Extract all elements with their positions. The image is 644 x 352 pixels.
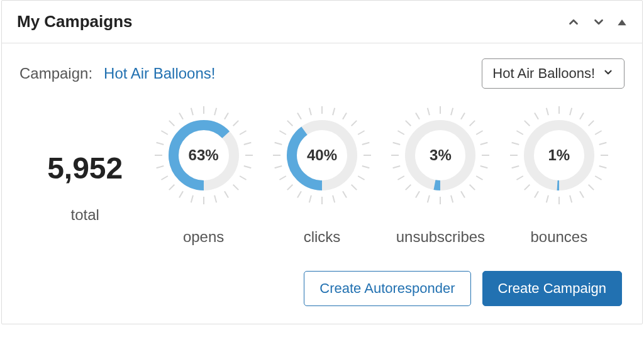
stat-bounces: 1% bounces — [500, 105, 618, 246]
gauge-unsubscribes-value: 3% — [390, 105, 491, 206]
svg-marker-0 — [618, 19, 626, 25]
stat-total-value: 5,952 — [47, 153, 123, 184]
campaign-link[interactable]: Hot Air Balloons! — [104, 65, 215, 82]
stat-total-label: total — [71, 206, 99, 224]
campaign-row: Campaign: Hot Air Balloons! Hot Air Ball… — [19, 58, 625, 89]
stat-clicks: 40% clicks — [263, 105, 381, 246]
gauge-unsubscribes: 3% — [390, 105, 491, 206]
panel-title: My Campaigns — [17, 12, 133, 31]
my-campaigns-panel: My Campaigns Campaign: Hot Air Balloons!… — [1, 0, 643, 324]
chevron-up-icon[interactable] — [567, 15, 580, 29]
gauge-bounces-value: 1% — [509, 105, 609, 206]
stat-total: 5,952 total — [26, 127, 144, 224]
create-autoresponder-button[interactable]: Create Autoresponder — [304, 271, 470, 306]
stat-clicks-label: clicks — [304, 228, 341, 246]
gauge-opens: 63% — [153, 105, 254, 206]
actions-row: Create Autoresponder Create Campaign — [19, 271, 625, 306]
chevron-down-icon — [602, 65, 614, 82]
stat-unsubscribes-label: unsubscribes — [396, 228, 485, 246]
gauge-bounces: 1% — [509, 105, 609, 206]
stat-opens: 63% opens — [144, 105, 262, 246]
campaign-select[interactable]: Hot Air Balloons! — [482, 58, 625, 89]
create-campaign-button[interactable]: Create Campaign — [482, 271, 622, 306]
panel-body: Campaign: Hot Air Balloons! Hot Air Ball… — [2, 43, 642, 324]
campaign-label-group: Campaign: Hot Air Balloons! — [19, 65, 215, 82]
stat-opens-label: opens — [183, 228, 224, 246]
campaign-select-value: Hot Air Balloons! — [492, 65, 595, 82]
panel-header-controls — [567, 15, 627, 29]
campaign-label: Campaign: — [19, 65, 92, 82]
gauge-clicks: 40% — [272, 105, 372, 206]
stat-bounces-label: bounces — [530, 228, 587, 246]
stats-row: 5,952 total 63% opens 40% clicks 3% uns — [19, 105, 625, 246]
gauge-opens-value: 63% — [153, 105, 254, 206]
gauge-clicks-value: 40% — [272, 105, 372, 206]
collapse-icon[interactable] — [617, 17, 627, 27]
chevron-down-icon[interactable] — [592, 15, 606, 29]
panel-header: My Campaigns — [2, 1, 642, 43]
stat-unsubscribes: 3% unsubscribes — [381, 105, 499, 246]
